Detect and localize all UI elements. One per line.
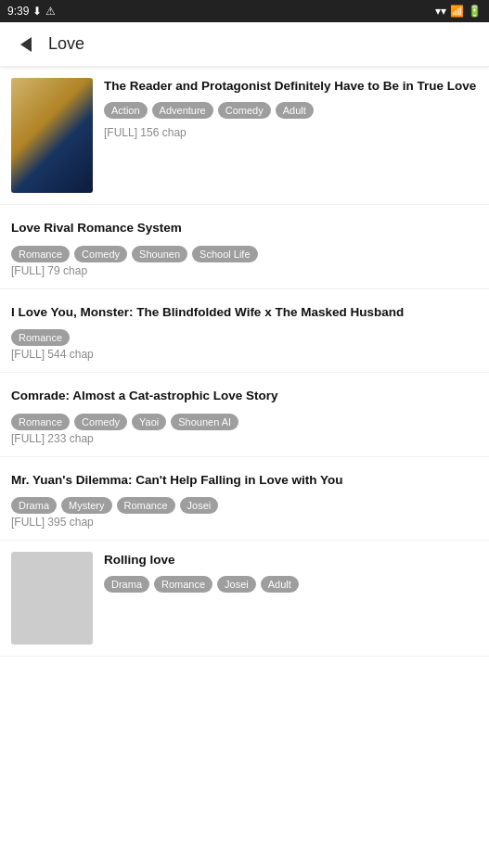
tag-list: RomanceComedyYaoiShounen AI	[11, 414, 478, 430]
book-title: The Reader and Protagonist Definitely Ha…	[104, 78, 478, 95]
list-item[interactable]: Comrade: Almost a Cat-astrophic Love Sto…	[0, 373, 489, 457]
status-bar-left: 9:39 ⬇ ⚠	[7, 5, 56, 18]
tag: Romance	[11, 329, 70, 346]
download-icon: ⬇	[32, 5, 42, 18]
book-info: Rolling love DramaRomanceJoseiAdult	[104, 552, 478, 593]
chap-info: [FULL] 156 chap	[104, 126, 478, 139]
list-item[interactable]: Mr. Yuan's Dilemma: Can't Help Falling i…	[0, 457, 489, 542]
book-title: Love Rival Romance System	[11, 220, 478, 236]
tag: Drama	[104, 576, 149, 593]
list-item[interactable]: Rolling love DramaRomanceJoseiAdult	[0, 541, 489, 657]
book-title: Comrade: Almost a Cat-astrophic Love Sto…	[11, 388, 478, 404]
back-button[interactable]	[11, 30, 41, 59]
book-list: The Reader and Protagonist Definitely Ha…	[0, 67, 489, 657]
tag: Adventure	[152, 102, 213, 119]
book-title: I Love You, Monster: The Blindfolded Wif…	[11, 304, 478, 321]
book-cover-placeholder	[11, 552, 93, 645]
tag: Romance	[154, 576, 212, 593]
chap-info: [FULL] 79 chap	[11, 264, 478, 277]
tag: Adult	[276, 102, 314, 119]
status-bar: 9:39 ⬇ ⚠ ▾▾ 📶 🔋	[0, 0, 489, 22]
tag: Comedy	[74, 246, 127, 262]
tag: Josei	[180, 497, 219, 514]
page-title: Love	[48, 34, 84, 54]
tag: Romance	[11, 414, 70, 430]
tag: Shounen	[132, 246, 187, 262]
tag-list: RomanceComedyShounenSchool Life	[11, 246, 478, 262]
tag: Shounen AI	[171, 414, 238, 430]
back-arrow-icon	[20, 37, 32, 52]
alert-icon: ⚠	[45, 5, 56, 18]
book-title: Mr. Yuan's Dilemma: Can't Help Falling i…	[11, 472, 478, 489]
tag-list: ActionAdventureComedyAdult	[104, 102, 478, 119]
top-bar: Love	[0, 22, 489, 67]
tag: Josei	[217, 576, 256, 593]
list-item[interactable]: I Love You, Monster: The Blindfolded Wif…	[0, 289, 489, 374]
chap-info: [FULL] 395 chap	[11, 516, 478, 529]
list-item[interactable]: The Reader and Protagonist Definitely Ha…	[0, 67, 489, 205]
status-time: 9:39	[7, 5, 29, 18]
book-cover	[11, 78, 93, 193]
tag: Comedy	[74, 414, 127, 430]
tag-list: DramaMysteryRomanceJosei	[11, 497, 478, 514]
tag: Drama	[11, 497, 57, 514]
wifi-icon: ▾▾	[435, 5, 446, 18]
tag-list: DramaRomanceJoseiAdult	[104, 576, 478, 593]
tag: Adult	[261, 576, 299, 593]
tag: Action	[104, 102, 148, 119]
signal-icon: 📶	[450, 5, 464, 18]
book-title: Rolling love	[104, 552, 478, 568]
chap-info: [FULL] 233 chap	[11, 432, 478, 445]
status-bar-right: ▾▾ 📶 🔋	[435, 5, 482, 18]
list-item[interactable]: Love Rival Romance System RomanceComedyS…	[0, 205, 489, 289]
battery-icon: 🔋	[468, 5, 482, 18]
tag-list: Romance	[11, 329, 478, 346]
tag: Romance	[117, 497, 175, 514]
book-info: The Reader and Protagonist Definitely Ha…	[104, 78, 478, 139]
tag: School Life	[192, 246, 257, 262]
tag: Yaoi	[132, 414, 166, 430]
tag: Romance	[11, 246, 70, 262]
tag: Comedy	[218, 102, 271, 119]
tag: Mystery	[61, 497, 112, 514]
chap-info: [FULL] 544 chap	[11, 348, 478, 361]
